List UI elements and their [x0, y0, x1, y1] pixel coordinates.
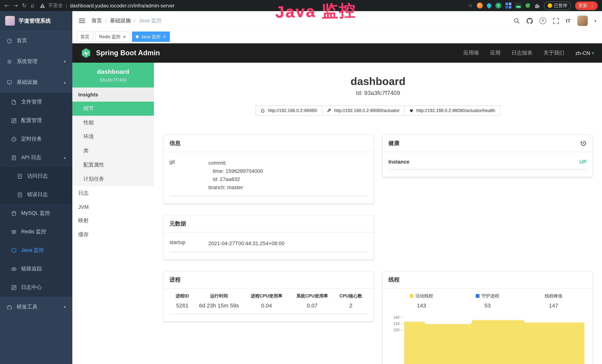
chevron-down-icon: ▾ — [64, 60, 66, 64]
locale-selector[interactable]: zh-CN ▾ — [575, 50, 594, 56]
sba-nav-wallboard[interactable]: 应用墙 — [463, 50, 479, 56]
instance-subtitle: Id: 93a3fc7f7409 — [163, 90, 592, 96]
process-header: CPU核心数 — [334, 289, 368, 300]
sidebar-item-system[interactable]: 系统管理 ▾ — [0, 51, 72, 72]
sba-item-logs[interactable]: 日志 — [72, 186, 154, 200]
browser-extension-icon[interactable] — [526, 3, 530, 8]
help-icon[interactable]: ? — [539, 17, 546, 24]
process-card: 进程 进程ID 运行时间 进程CPU使用率 系统CPU使用率 CP — [163, 271, 374, 321]
daemon-threads-value: 53 — [454, 300, 520, 313]
chrome-update-button[interactable]: 更新 ⋮ — [575, 1, 598, 10]
sba-item-classes[interactable]: 类 — [72, 144, 154, 158]
home-icon[interactable]: ⌂ — [31, 2, 34, 9]
browser-extension-icon[interactable] — [477, 3, 483, 9]
browser-extension-icon[interactable] — [505, 3, 511, 9]
breadcrumb-infra[interactable]: 基础设施 — [110, 17, 131, 24]
sidebar-item-access-log[interactable]: 访问日志 — [0, 167, 72, 185]
sidebar-item-redis-monitor[interactable]: Redis 监控 — [0, 223, 72, 241]
browser-extension-icon[interactable] — [486, 2, 492, 9]
log-center-icon — [11, 285, 17, 290]
breadcrumb-home[interactable]: 首页 — [92, 17, 102, 24]
puzzle-extension-icon[interactable] — [534, 3, 540, 9]
sba-item-config-props[interactable]: 配置属性 — [72, 158, 154, 172]
user-menu-caret-icon[interactable]: ▾ — [594, 19, 596, 23]
axis-tick-mark — [401, 323, 402, 324]
browser-extension-icon[interactable]: on — [516, 3, 521, 9]
tab-java-monitor[interactable]: Java 监控 ✕ — [132, 32, 170, 42]
security-label[interactable]: 不安全 — [48, 2, 63, 9]
link-label: http://192.168.0.2:48080/actuator/health — [416, 108, 495, 113]
address-bar[interactable]: 不安全 | dashboard.yudao.iocoder.cn/infra/a… — [40, 2, 464, 9]
system-cpu-value: 0.07 — [290, 300, 334, 314]
history-icon[interactable] — [580, 140, 587, 147]
sba-item-metrics[interactable]: 性能 — [72, 116, 154, 130]
search-icon[interactable] — [514, 18, 520, 24]
sidebar-item-java-monitor[interactable]: Java 监控 — [0, 241, 72, 260]
sba-item-mappings[interactable]: 映射 — [72, 214, 154, 228]
refresh-icon[interactable]: ↻ — [22, 2, 27, 9]
sba-nav-applications[interactable]: 应用 — [490, 50, 501, 56]
sba-sidebar: dashboard 93a3fc7f7409 Insights 细节 性能 环境… — [72, 63, 154, 364]
browser-extension-icon[interactable]: Y — [495, 3, 501, 9]
fullscreen-icon[interactable] — [553, 18, 559, 24]
user-avatar[interactable] — [577, 16, 588, 26]
area-polygon — [404, 320, 584, 364]
sba-brand-title: Spring Boot Admin — [96, 49, 160, 57]
sidebar-item-log-center[interactable]: 日志中心 — [0, 278, 72, 297]
api-log-submenu: 访问日志 错误日志 — [0, 167, 72, 204]
sidebar-item-config-manage[interactable]: 配置管理 — [0, 111, 72, 130]
browser-menu-icon[interactable]: ⋮ — [590, 3, 594, 8]
metadata-card-title: 元数据 — [163, 215, 374, 233]
bookmark-star-icon[interactable]: ☆ — [468, 3, 473, 9]
metadata-value: 2021-04-27T00:44:31.254+08:00 — [208, 239, 368, 247]
locale-label: zh-CN — [575, 50, 590, 56]
app-logo[interactable]: 芋道管理系统 — [0, 11, 72, 30]
instance-url-link[interactable]: http://192.168.0.2:48080/ — [256, 105, 322, 116]
sba-item-scheduled-tasks[interactable]: 计划任务 — [72, 172, 154, 186]
instance-header[interactable]: dashboard 93a3fc7f7409 — [72, 63, 154, 87]
hamburger-icon[interactable] — [78, 17, 86, 24]
health-row-instance: Instance UP — [388, 153, 587, 170]
logo-avatar — [5, 16, 15, 26]
sidebar-label: 系统管理 — [17, 58, 60, 65]
close-icon[interactable]: ✕ — [123, 34, 126, 39]
edit-icon — [11, 118, 17, 123]
insights-group-label: Insights — [72, 87, 154, 102]
forward-icon[interactable]: → — [13, 2, 18, 9]
sba-nav-journal[interactable]: 日志报表 — [512, 50, 532, 56]
sidebar-item-api-log[interactable]: API 日志 ▴ — [0, 148, 72, 167]
tab-home[interactable]: 首页 — [77, 32, 93, 42]
actuator-url-link[interactable]: http://192.168.0.2:48080/actuator — [322, 105, 405, 116]
sidebar-item-home[interactable]: 首页 — [0, 30, 72, 51]
sba-item-environment[interactable]: 环境 — [72, 130, 154, 144]
sidebar-item-error-log[interactable]: 错误日志 — [0, 185, 72, 204]
sidebar-item-scheduled-jobs[interactable]: 定时任务 — [0, 130, 72, 148]
profile-paused-badge[interactable]: 已暂停 — [544, 1, 571, 10]
sidebar-item-tracing[interactable]: 链路追踪 — [0, 260, 72, 278]
back-icon[interactable]: ← — [4, 2, 9, 9]
tab-redis-monitor[interactable]: Redis 监控 ✕ — [95, 32, 130, 42]
font-size-icon[interactable]: tT — [566, 18, 571, 24]
sidebar-label: 研发工具 — [17, 304, 60, 310]
sidebar-label: 首页 — [17, 37, 66, 44]
url-text[interactable]: dashboard.yudao.iocoder.cn/infra/admin-s… — [70, 3, 174, 8]
live-threads-area — [404, 314, 584, 364]
close-icon[interactable]: ✕ — [163, 34, 166, 39]
sidebar-item-mysql-monitor[interactable]: MySQL 监控 — [0, 204, 72, 223]
health-url-link[interactable]: http://192.168.0.2:48080/actuator/health — [404, 105, 500, 116]
sidebar-item-file-manage[interactable]: 文件管理 — [0, 93, 72, 111]
database-icon — [11, 211, 17, 216]
clock-icon — [11, 136, 17, 142]
sidebar-item-infra[interactable]: 基础设施 ▴ — [0, 72, 72, 93]
sba-item-caches[interactable]: 缓存 — [72, 228, 154, 242]
log-icon — [11, 155, 17, 161]
chevron-down-icon: ▾ — [592, 51, 594, 55]
sba-nav-about[interactable]: 关于我们 — [544, 50, 564, 56]
git-id-line: id: 27aa832 — [208, 175, 368, 183]
sba-item-jvm[interactable]: JVM — [72, 200, 154, 214]
sidebar-label: 配置管理 — [21, 117, 66, 124]
process-header: 运行时间 — [195, 289, 243, 300]
github-icon[interactable] — [527, 18, 533, 24]
sba-item-details[interactable]: 细节 — [72, 102, 154, 116]
sidebar-item-devtools[interactable]: 研发工具 ▾ — [0, 297, 72, 317]
